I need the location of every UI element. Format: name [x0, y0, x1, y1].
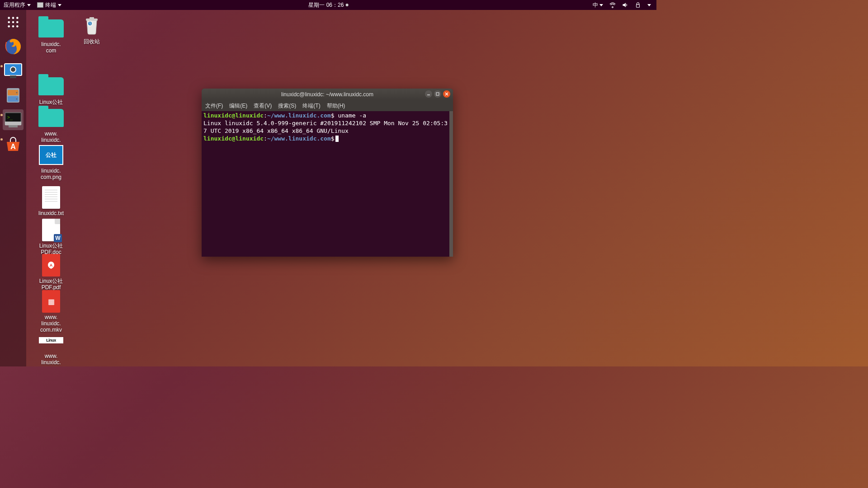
- minimize-icon: [427, 92, 430, 96]
- image-thumb-icon: Linux: [39, 337, 63, 343]
- text-file-icon: [42, 186, 60, 209]
- svg-rect-0: [637, 5, 640, 7]
- active-app-menu[interactable]: 终端: [37, 1, 61, 9]
- system-menu-chevron-icon[interactable]: [647, 4, 651, 6]
- clock[interactable]: 星期一 06：26: [308, 1, 349, 9]
- terminal-menu-4[interactable]: 终端(T): [302, 102, 320, 110]
- running-pip-icon: [0, 138, 3, 141]
- svg-point-4: [8, 21, 10, 23]
- desktop-icon-6[interactable]: ALinux公社PDF.pdf: [26, 254, 76, 291]
- apps-grid-icon: [7, 16, 19, 28]
- screenshot-icon: [4, 63, 23, 79]
- terminal-menu-5[interactable]: 帮助(H): [327, 102, 345, 110]
- svg-text:A: A: [50, 263, 53, 267]
- svg-point-6: [16, 21, 19, 23]
- terminal-menubar: 文件(F)编辑(E)查看(V)搜索(S)终端(T)帮助(H): [202, 100, 453, 111]
- clock-day: 星期一: [308, 1, 325, 9]
- terminal-window[interactable]: linuxidc@linuxidc: ~/www.linuxidc.com 文件…: [202, 89, 453, 257]
- terminal-line: linuxidc@linuxidc:~/www.linuxidc.com$: [203, 135, 450, 143]
- desktop-icon-label: linuxidc.txt: [26, 211, 76, 217]
- launcher-apps-grid[interactable]: [3, 12, 24, 33]
- svg-point-7: [8, 25, 10, 28]
- applications-menu-label: 应用程序: [4, 1, 25, 9]
- chevron-down-icon: [58, 4, 61, 6]
- active-app-label: 终端: [45, 1, 56, 9]
- terminal-small-icon: [37, 2, 43, 8]
- svg-point-18: [16, 92, 18, 94]
- svg-text:A: A: [10, 143, 16, 150]
- svg-rect-23: [5, 122, 21, 125]
- terminal-body[interactable]: linuxidc@linuxidc:~/www.linuxidc.com$ un…: [202, 111, 453, 257]
- running-pip-icon: [0, 114, 3, 116]
- folder-icon: [38, 19, 64, 38]
- window-minimize-button[interactable]: [425, 90, 432, 98]
- terminal-line: linuxidc@linuxidc:~/www.linuxidc.com$ un…: [203, 112, 450, 120]
- desktop-icon-label: Linux公社PDF.pdf: [26, 278, 76, 291]
- window-maximize-button[interactable]: [434, 90, 441, 98]
- video-file-icon: ▦: [42, 290, 60, 313]
- terminal-output: Linux linuxidc 5.4.0-999-generic #201911…: [203, 120, 450, 135]
- svg-rect-31: [436, 93, 439, 95]
- launcher-terminal[interactable]: >_: [3, 109, 24, 130]
- maximize-icon: [436, 92, 439, 96]
- desktop-icon-1[interactable]: Linux公社: [26, 75, 76, 106]
- svg-point-8: [12, 25, 14, 28]
- ime-label: 中: [593, 1, 598, 9]
- applications-menu[interactable]: 应用程序: [4, 1, 31, 9]
- volume-icon[interactable]: [622, 2, 628, 8]
- files-icon: [5, 86, 21, 104]
- svg-point-14: [11, 67, 15, 72]
- ime-indicator[interactable]: 中: [593, 1, 603, 9]
- folder-icon: [38, 109, 64, 127]
- svg-rect-24: [9, 125, 18, 127]
- terminal-menu-1[interactable]: 编辑(E): [229, 102, 247, 110]
- folder-icon: [38, 77, 64, 95]
- desktop-icon-4[interactable]: linuxidc.txt: [26, 186, 76, 217]
- launcher: >_ A: [0, 10, 26, 366]
- firefox-icon: [4, 38, 22, 56]
- svg-point-3: [16, 17, 19, 19]
- window-close-button[interactable]: [443, 90, 450, 98]
- svg-point-19: [16, 99, 18, 100]
- desktop-icon-label: www.linuxidc.com.png: [26, 353, 76, 366]
- launcher-firefox[interactable]: [3, 36, 24, 57]
- terminal-titlebar[interactable]: linuxidc@linuxidc: ~/www.linuxidc.com: [202, 89, 453, 100]
- svg-point-2: [12, 17, 14, 19]
- launcher-files[interactable]: [3, 85, 24, 106]
- desktop-icon-label: linuxidc.com.png: [26, 168, 76, 181]
- image-thumb-icon: 公社: [39, 145, 63, 165]
- top-panel: 应用程序 终端 星期一 06：26 中: [0, 0, 656, 10]
- terminal-menu-3[interactable]: 搜索(S): [278, 102, 296, 110]
- lock-icon[interactable]: [635, 2, 641, 8]
- chevron-down-icon: [599, 4, 603, 6]
- network-wifi-icon[interactable]: [609, 2, 616, 8]
- svg-point-1: [8, 17, 10, 19]
- notification-dot-icon: [345, 4, 348, 6]
- svg-rect-27: [90, 17, 94, 19]
- terminal-menu-0[interactable]: 文件(F): [205, 102, 223, 110]
- terminal-cursor: [335, 136, 339, 142]
- running-pip-icon: [0, 65, 3, 67]
- launcher-software[interactable]: A: [3, 134, 24, 155]
- svg-text:>_: >_: [7, 115, 13, 120]
- desktop-icon-7[interactable]: ▦www.linuxidc.com.mkv: [26, 290, 76, 333]
- pdf-file-icon: A: [42, 254, 60, 277]
- svg-rect-12: [10, 75, 16, 78]
- close-icon: [445, 92, 448, 96]
- chevron-down-icon: [27, 4, 31, 6]
- desktop-icon-label: linuxidc.com: [26, 42, 76, 54]
- terminal-title: linuxidc@linuxidc: ~/www.linuxidc.com: [281, 91, 373, 98]
- terminal-scrollbar[interactable]: [449, 111, 453, 257]
- desktop-icon-8[interactable]: Linuxwww.linuxidc.com.png: [26, 329, 76, 366]
- svg-point-5: [12, 21, 14, 23]
- software-store-icon: A: [4, 136, 22, 153]
- desktop-icon-3[interactable]: 公社linuxidc.com.png: [26, 144, 76, 181]
- doc-file-icon: [42, 219, 60, 241]
- desktop-icon-0[interactable]: linuxidc.com: [26, 17, 76, 54]
- desktop-icon-5[interactable]: Linux公社PDF.doc: [26, 219, 76, 256]
- launcher-screenshot[interactable]: [3, 61, 24, 81]
- terminal-icon: >_: [4, 112, 22, 128]
- svg-point-9: [16, 25, 19, 28]
- clock-time: 06：26: [326, 1, 344, 9]
- terminal-menu-2[interactable]: 查看(V): [254, 102, 272, 110]
